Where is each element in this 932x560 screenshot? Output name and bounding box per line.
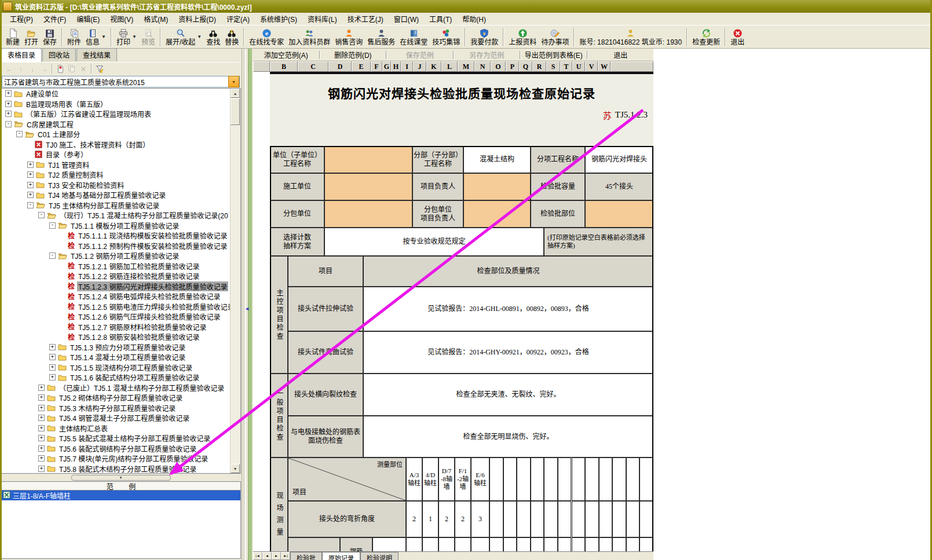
expand-plus-icon[interactable]: + [27, 192, 34, 198]
menu-item-12[interactable]: 帮助(H) [457, 12, 491, 25]
expand-plus-icon[interactable]: + [38, 455, 45, 462]
menu-item-10[interactable]: 窗口(W) [389, 12, 424, 25]
menu-item-2[interactable]: 编辑(E) [71, 12, 105, 25]
column-header-E[interactable]: E [352, 61, 371, 72]
sheet-nav-button-1[interactable]: ◄ [262, 552, 272, 560]
tree-item[interactable]: 检TJ5.1.2.8 钢筋安装检验批质量验收记录 [2, 332, 240, 342]
label-cell[interactable]: 分项工程名称 [531, 146, 585, 173]
tree-item[interactable]: +TJ4 地基与基础分部工程质量验收记录 [2, 190, 240, 200]
column-header-N[interactable]: N [474, 61, 491, 72]
expand-plus-icon[interactable]: + [38, 385, 45, 391]
measure-value-cell[interactable]: 3 [471, 501, 489, 537]
collapse-minus-icon[interactable]: - [27, 202, 34, 208]
toolbar-button-service[interactable]: 售后服务 [365, 27, 397, 47]
panel-splitter-horizontal[interactable]: ▼ [0, 474, 242, 481]
measure-value-cell[interactable]: 2 [438, 501, 455, 537]
position-header-cell[interactable]: F/1 -2轴 墙 [455, 457, 471, 501]
expand-plus-icon[interactable]: + [49, 344, 56, 350]
label-cell[interactable]: 项目负责人 [412, 173, 463, 200]
toolbar-button-update[interactable]: 检查更新 [690, 27, 722, 47]
menu-item-4[interactable]: 格式(M) [138, 12, 173, 25]
tree-item[interactable]: 检TJ5.1.1.2 预制构件模板安装检验批质量验收记录 [2, 241, 240, 251]
expand-plus-icon[interactable]: + [49, 374, 56, 380]
tree-item[interactable]: +TJ5.1.6 装配式结构分项工程质量验收记录 [2, 372, 240, 383]
scroll-up-button[interactable]: ▲ [231, 89, 240, 98]
tree-item[interactable]: 检TJ5.1.1.1 现浇结构模板安装检验批质量验收记录 [2, 230, 240, 241]
toolbar-button-save[interactable]: 保存 [41, 27, 59, 47]
column-header-B[interactable]: B [270, 61, 298, 72]
label-cell[interactable]: 接头试件拉伸试验 [288, 287, 363, 331]
section-label-cell[interactable]: 一般项目检查 [270, 374, 288, 457]
column-header-J[interactable]: J [413, 61, 426, 72]
column-header-V[interactable]: V [585, 61, 598, 72]
sheet-nav-button-2[interactable]: ► [272, 552, 281, 560]
measure-value-cell[interactable]: 2 [455, 501, 471, 537]
column-header-P[interactable]: P [506, 61, 519, 72]
expand-plus-icon[interactable]: + [38, 425, 45, 431]
tree-item[interactable]: +TJ5.2 砌体结构子分部工程质量验收记录 [2, 393, 240, 403]
label-cell[interactable]: 检验批容量 [531, 173, 585, 200]
tree-item[interactable]: +主体结构汇总表 [2, 423, 240, 434]
system-combo[interactable]: 江苏省建筑与市政工程施工质量验收系统2015 ▼ [2, 76, 240, 87]
new-table-button[interactable]: ✱ [54, 64, 66, 74]
menu-item-0[interactable]: 工程(P) [5, 12, 38, 25]
input-cell[interactable] [324, 146, 412, 173]
tree-item[interactable]: 检TJ5.1.2.2 钢筋连接检验批质量验收记录 [2, 271, 240, 281]
expand-plus-icon[interactable]: + [38, 466, 45, 472]
empty-cell[interactable] [585, 501, 599, 537]
filter-button[interactable] [94, 64, 105, 74]
sheet-tab-1[interactable]: 原始记录 [322, 552, 360, 560]
expand-plus-icon[interactable]: + [38, 394, 45, 401]
tree-item[interactable]: +TJ5.1.5 现浇结构分项工程质量验收记录 [2, 363, 240, 373]
column-header-K[interactable]: K [426, 61, 441, 72]
label-cell[interactable]: 接头处横向裂纹检查 [288, 374, 363, 416]
empty-cell[interactable] [626, 457, 640, 501]
collapse-minus-icon[interactable]: - [49, 252, 56, 259]
value-cell[interactable]: 检查全部无夹渣、无裂纹、完好。 [363, 374, 653, 416]
tree-item[interactable]: 检TJ5.1.2.4 钢筋电弧焊接头检验批质量验收记录 [2, 291, 240, 302]
section-label-cell[interactable]: 现场测量 [270, 457, 288, 560]
sheet-tab-2[interactable]: 检验说明 [360, 552, 399, 560]
expand-plus-icon[interactable]: + [27, 162, 34, 168]
empty-cell[interactable] [639, 457, 653, 501]
toolbar-button-upload[interactable]: 上报资料 [506, 27, 539, 47]
panel-splitter-vertical[interactable]: ◄ [242, 49, 253, 560]
tree-item[interactable]: -C房屋建筑工程 [2, 119, 240, 130]
column-header-O[interactable]: O [491, 61, 506, 72]
expand-plus-icon[interactable]: + [38, 415, 45, 421]
label-cell[interactable]: 单位（子单位） 工程名称 [270, 146, 324, 173]
column-header-M[interactable]: M [458, 61, 474, 72]
empty-cell[interactable] [558, 457, 572, 501]
menu-item-3[interactable]: 视图(V) [105, 12, 138, 25]
tree-item[interactable]: +TJ5.7 模块(单元房)结构子分部工程质量验收记录 [2, 453, 240, 464]
note-cell[interactable]: (打印原始记录空白表格前必须选择抽样方案) [544, 228, 653, 256]
section-label-cell[interactable]: 主控项目检查 [270, 256, 288, 374]
position-header-cell[interactable]: 4/D 轴柱 [422, 457, 438, 501]
header-cell[interactable]: 检查部位及质量情况 [363, 256, 653, 287]
menu-item-9[interactable]: 技术工艺(J) [342, 12, 389, 25]
label-cell[interactable]: 分包单位 项目负责人 [412, 200, 463, 228]
tab-0[interactable]: 表格目录 [1, 48, 42, 62]
empty-cell[interactable] [544, 457, 558, 501]
value-cell[interactable]: 见试验报告：2014-GHL-00891，00892，00893，合格 [363, 287, 653, 331]
dropdown-arrow-icon[interactable]: ▼ [197, 34, 202, 39]
empty-cell[interactable] [544, 501, 558, 537]
tree-item[interactable]: +TJ5.5 装配式混凝土结构子分部工程质量验收记录 [2, 433, 240, 444]
column-header-T[interactable]: T [560, 61, 572, 72]
header-cell[interactable]: 项目 [288, 256, 363, 287]
column-header-W[interactable]: W [598, 61, 611, 72]
toolbar-button-new[interactable]: 新建 [3, 27, 22, 47]
scroll-thumb[interactable] [231, 98, 240, 125]
input-cell[interactable] [324, 173, 412, 200]
menu-item-6[interactable]: 评定(A) [221, 12, 255, 25]
tab-1[interactable]: 回收站 [42, 48, 76, 61]
tree-item[interactable]: 检TJ5.1.2.5 钢筋电渣压力焊接头检验批质量验收记录 [2, 302, 240, 312]
tab-2[interactable]: 查找结果 [76, 48, 117, 61]
toolbar-button-preview[interactable]: 预览 [139, 27, 158, 47]
expand-plus-icon[interactable]: + [38, 405, 45, 411]
input-cell[interactable] [585, 200, 653, 228]
column-header-L[interactable]: L [441, 61, 458, 72]
menu-item-8[interactable]: 资料库(L) [302, 12, 342, 25]
column-header-I[interactable]: I [401, 61, 413, 72]
menu-item-7[interactable]: 系统维护(S) [255, 12, 302, 25]
